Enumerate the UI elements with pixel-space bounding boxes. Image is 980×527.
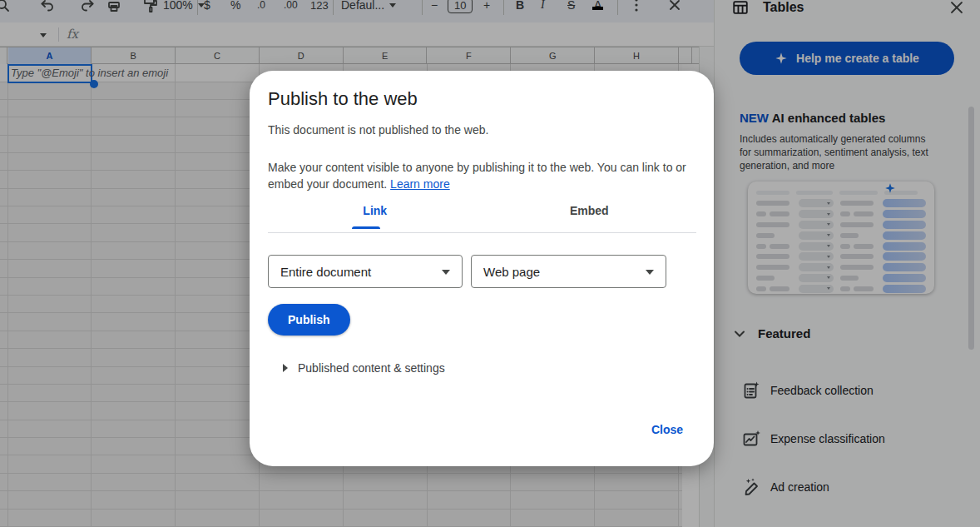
chevron-down-icon [442, 270, 450, 275]
published-content-settings-expander[interactable]: Published content & settings [283, 361, 445, 375]
chevron-down-icon [646, 270, 654, 275]
expander-label: Published content & settings [298, 361, 445, 375]
tab-link[interactable]: Link [268, 204, 483, 226]
publish-description: Make your content visible to anyone by p… [268, 159, 688, 192]
dialog-title: Publish to the web [268, 88, 418, 110]
learn-more-link[interactable]: Learn more [390, 177, 450, 191]
tab-embed[interactable]: Embed [483, 204, 697, 226]
dialog-divider [268, 232, 696, 233]
publish-button[interactable]: Publish [268, 304, 350, 336]
publish-content-dropdown[interactable]: Entire document [268, 255, 463, 288]
publish-format-dropdown[interactable]: Web page [471, 255, 666, 288]
publish-to-web-dialog: Publish to the web This document is not … [250, 71, 714, 466]
active-tab-indicator [352, 226, 380, 229]
expander-arrow-icon [283, 364, 288, 372]
dialog-tabs: Link Embed [268, 204, 696, 226]
publish-status-text: This document is not published to the we… [268, 123, 488, 137]
dialog-close-button[interactable]: Close [651, 423, 683, 436]
